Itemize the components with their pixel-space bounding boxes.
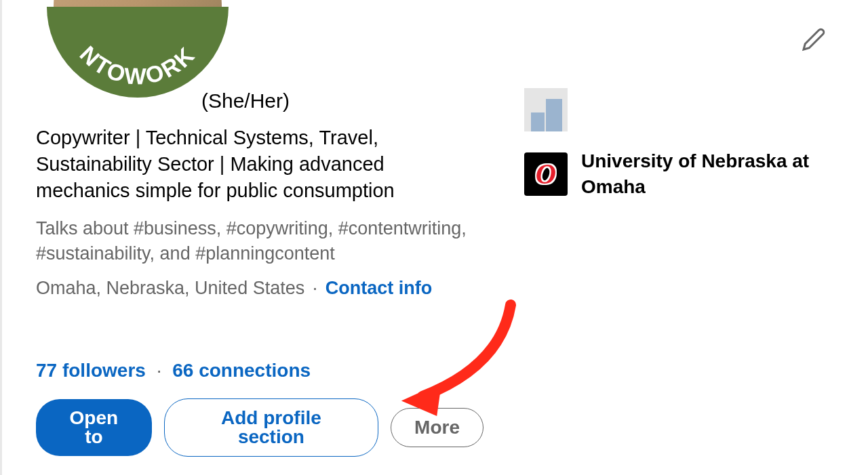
edit-profile-button[interactable]: [800, 26, 827, 53]
contact-info-link[interactable]: Contact info: [326, 278, 432, 298]
profile-info-column: (She/Her) Copywriter | Technical Systems…: [36, 88, 484, 457]
svg-text:NTOWORK: NTOWORK: [75, 41, 201, 89]
location-row: Omaha, Nebraska, United States · Contact…: [36, 278, 484, 299]
university-name: University of Nebraska at Omaha: [581, 148, 816, 200]
more-button[interactable]: More: [391, 408, 484, 447]
add-profile-section-button[interactable]: Add profile section: [164, 398, 378, 457]
connections-link[interactable]: 66 connections: [172, 360, 311, 381]
stats-row: 77 followers · 66 connections: [36, 360, 484, 381]
followers-link[interactable]: 77 followers: [36, 360, 146, 381]
open-to-work-badge: NTOWORK: [47, 7, 229, 98]
separator: ·: [307, 278, 323, 298]
hidden-line: [36, 326, 484, 339]
action-buttons-row: Open to Add profile section More: [36, 398, 484, 457]
talks-about: Talks about #business, #copywriting, #co…: [36, 216, 484, 266]
separator: ·: [151, 360, 167, 381]
company-row[interactable]: [524, 88, 816, 131]
education-row[interactable]: O University of Nebraska at Omaha: [524, 148, 816, 200]
profile-photo-container[interactable]: NTOWORK: [50, 0, 226, 95]
open-to-button[interactable]: Open to: [36, 399, 152, 456]
university-logo-icon: O: [524, 152, 568, 196]
headline: Copywriter | Technical Systems, Travel, …: [36, 125, 484, 204]
location-text: Omaha, Nebraska, United States: [36, 278, 304, 298]
profile-card: NTOWORK (She/Her) Copywriter | Technical…: [0, 0, 868, 475]
experience-education-column: O University of Nebraska at Omaha: [524, 88, 816, 457]
company-logo-icon: [524, 88, 568, 131]
pencil-icon: [802, 27, 826, 51]
